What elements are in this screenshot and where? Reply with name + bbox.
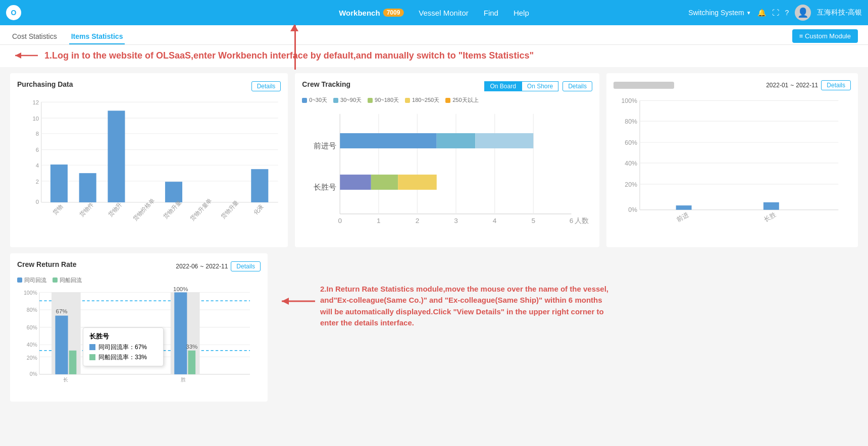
svg-text:33%: 33% xyxy=(186,343,197,349)
purchasing-data-panel: Purchasing Data Details xyxy=(10,73,288,247)
svg-text:60%: 60% xyxy=(625,139,637,146)
crew-toggle-onboard[interactable]: On Board xyxy=(484,81,521,91)
svg-text:6: 6 xyxy=(570,217,574,225)
header-nav: Workbench 7009 Vessel Monitor Find Help xyxy=(339,9,529,17)
purchasing-chart: 12 10 8 6 4 2 0 xyxy=(17,96,281,225)
legend-180-250-dot xyxy=(405,98,410,103)
tooltip-row-0: 同司回流率：67% xyxy=(89,343,157,352)
third-panel-details-button[interactable]: Details xyxy=(821,80,851,90)
third-panel-chart: 100% 80% 60% 40% 20% 0% 前进 长胜 xyxy=(614,94,851,234)
purchasing-details-button[interactable]: Details xyxy=(251,81,281,91)
crew-tracking-details-button[interactable]: Details xyxy=(563,81,592,91)
legend-90-180: 90~180天 xyxy=(368,96,399,104)
purchasing-chart-svg: 12 10 8 6 4 2 0 xyxy=(17,96,281,222)
fullscreen-icon[interactable]: ⛶ xyxy=(772,9,779,17)
svg-text:前进号: 前进号 xyxy=(314,141,337,150)
annotation1-text: 1.Log in to the website of OLSaaS,enter … xyxy=(44,50,534,61)
crew-return-details-button[interactable]: Details xyxy=(231,261,261,271)
annotation2-arrow-icon xyxy=(275,294,320,309)
switching-system-btn[interactable]: Switching System ▼ xyxy=(688,9,751,17)
svg-text:67%: 67% xyxy=(56,308,67,314)
crew-return-title: Crew Return Rate xyxy=(17,260,76,268)
svg-text:4: 4 xyxy=(36,162,39,169)
third-panel: 2022-01 ~ 2022-11 Details xyxy=(606,73,858,247)
third-panel-date-range: 2022-01 ~ 2022-11 xyxy=(766,82,818,89)
purchasing-panel-header: Purchasing Data Details xyxy=(17,80,281,92)
legend-same-company-dot xyxy=(17,277,22,283)
nav-help[interactable]: Help xyxy=(514,9,529,17)
nav-find[interactable]: Find xyxy=(484,9,498,17)
svg-text:0: 0 xyxy=(338,217,342,225)
svg-text:长胜号: 长胜号 xyxy=(314,183,337,191)
custom-module-button[interactable]: ≡ Custom Module xyxy=(792,29,858,43)
legend-same-ship-dot xyxy=(53,277,58,283)
third-panel-chart-svg: 100% 80% 60% 40% 20% 0% 前进 长胜 xyxy=(614,94,851,232)
logo-icon[interactable]: O xyxy=(6,5,21,20)
crew-tracking-chart-svg: 0 1 2 3 4 5 6 人数 前进号 长胜号 xyxy=(302,107,592,238)
crew-return-panel-header: Crew Return Rate 2022-06 ~ 2022-11 Detai… xyxy=(17,260,261,272)
svg-marker-98 xyxy=(282,298,289,305)
svg-rect-48 xyxy=(340,133,437,148)
svg-text:100%: 100% xyxy=(173,287,188,292)
svg-rect-50 xyxy=(476,133,534,148)
annotation2-arrow xyxy=(275,284,320,309)
svg-rect-20 xyxy=(108,110,125,202)
crew-tracking-controls: On Board On Shore Details xyxy=(484,81,592,91)
legend-0-30-dot xyxy=(302,98,307,103)
third-panel-title-blurred xyxy=(614,82,674,89)
svg-text:2: 2 xyxy=(416,217,420,225)
crew-return-controls: 2022-06 ~ 2022-11 Details xyxy=(176,261,261,271)
svg-rect-49 xyxy=(437,133,476,148)
svg-text:6: 6 xyxy=(36,147,39,153)
crew-tracking-panel: Crew Tracking On Board On Shore Details … xyxy=(295,73,599,247)
nav-workbench[interactable]: Workbench 7009 xyxy=(339,9,403,17)
svg-rect-53 xyxy=(398,175,437,190)
annotation-arrow-shaft xyxy=(294,25,296,70)
svg-rect-90 xyxy=(69,351,77,374)
legend-0-30: 0~30天 xyxy=(302,96,327,104)
svg-marker-1 xyxy=(15,52,21,59)
crew-return-chart: 长胜号 同司回流率：67% 同船回流率：33% xyxy=(17,287,261,395)
tab-cost-statistics[interactable]: Cost Statistics xyxy=(10,29,59,44)
svg-text:长: 长 xyxy=(63,376,68,382)
svg-text:胜: 胜 xyxy=(181,376,186,382)
svg-text:长胜: 长胜 xyxy=(763,211,777,224)
svg-text:10: 10 xyxy=(33,116,39,122)
svg-rect-19 xyxy=(79,173,96,202)
legend-same-ship: 同船回流 xyxy=(53,276,82,284)
help-icon[interactable]: ? xyxy=(785,9,789,17)
tooltip-title: 长胜号 xyxy=(89,332,157,341)
crew-tracking-legend: 0~30天 30~90天 90~180天 180~250天 xyxy=(302,96,592,104)
username: 互海科技-高银 xyxy=(817,8,862,17)
notification-icon[interactable]: 🔔 xyxy=(757,9,766,17)
crew-toggle: On Board On Shore xyxy=(484,81,558,91)
svg-text:前进: 前进 xyxy=(676,211,690,224)
svg-text:40%: 40% xyxy=(27,342,37,348)
svg-text:0: 0 xyxy=(36,199,39,205)
svg-text:60%: 60% xyxy=(27,325,37,330)
svg-text:货物件: 货物件 xyxy=(78,201,94,217)
legend-30-90: 30~90天 xyxy=(333,96,362,104)
crew-toggle-onshore[interactable]: On Shore xyxy=(522,81,558,91)
nav-vessel-monitor[interactable]: Vessel Monitor xyxy=(419,9,468,17)
svg-text:80%: 80% xyxy=(27,307,37,313)
tabs-row: Cost Statistics Items Statistics ≡ Custo… xyxy=(0,25,868,45)
vessel-tooltip: 长胜号 同司回流率：67% 同船回流率：33% xyxy=(83,327,164,366)
tab-items-statistics[interactable]: Items Statistics xyxy=(69,29,125,44)
header: O Workbench 7009 Vessel Monitor Find Hel… xyxy=(0,0,868,25)
svg-rect-51 xyxy=(340,175,372,190)
svg-rect-21 xyxy=(165,182,182,202)
tooltip-row-1: 同船回流率：33% xyxy=(89,353,157,362)
legend-250plus-dot xyxy=(445,98,450,103)
crew-return-legend: 同司回流 同船回流 xyxy=(17,276,261,284)
crew-tracking-title: Crew Tracking xyxy=(302,80,350,88)
legend-90-180-dot xyxy=(368,98,373,103)
annotation1-arrow-icon xyxy=(10,48,40,63)
avatar[interactable]: 👤 xyxy=(795,5,811,21)
annotation2-text: 2.In Return Rate Statistics module,move … xyxy=(320,284,613,329)
svg-text:20%: 20% xyxy=(27,355,37,360)
svg-text:3: 3 xyxy=(454,217,458,225)
top-row: Purchasing Data Details xyxy=(10,73,858,247)
legend-30-90-dot xyxy=(333,98,338,103)
legend-250plus: 250天以上 xyxy=(445,96,478,104)
